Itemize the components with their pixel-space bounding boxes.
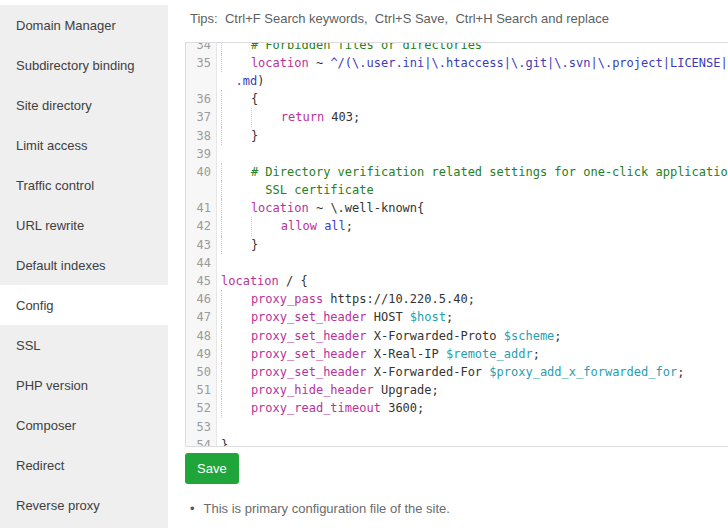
code-line: .md) (217, 72, 728, 90)
sidebar-item-label: Domain Manager (16, 18, 116, 33)
code-line: proxy_pass https://10.220.5.40; (217, 290, 728, 308)
sidebar-item-limit-access[interactable]: Limit access (0, 125, 168, 165)
code-line: proxy_hide_header Upgrade; (217, 381, 728, 399)
code-token-plain: } (221, 438, 228, 447)
code-line: # Directory verification related setting… (217, 163, 728, 181)
code-row[interactable]: 34# Forbidden files or directories (186, 42, 728, 54)
sidebar-item-default-indexes[interactable]: Default indexes (0, 245, 168, 285)
indent-guide (221, 399, 251, 417)
code-row[interactable]: 53 (186, 418, 728, 436)
sidebar-item-ssl[interactable]: SSL (0, 325, 168, 365)
code-token-plain: X-Real-IP (366, 347, 445, 361)
footer-note: • This is primary configuration file of … (190, 501, 450, 516)
indent-guide (221, 345, 251, 363)
code-token-regex: ^/(\.user.ini|\.htaccess|\.git|\.svn|\.p… (330, 56, 728, 70)
indent-guide (221, 42, 251, 54)
code-token-variable: $scheme (504, 329, 555, 343)
code-token-plain: https://10.220.5.40; (323, 292, 475, 306)
code-token-keyword: allow (281, 219, 317, 233)
code-token-plain: ~ (309, 56, 331, 70)
line-number: 49 (186, 345, 217, 363)
code-row[interactable]: 48proxy_set_header X-Forwarded-Proto $sc… (186, 327, 728, 345)
code-token-plain: ; (346, 219, 353, 233)
code-token-keyword: proxy_set_header (251, 310, 367, 324)
indent-guide (221, 54, 251, 72)
code-row[interactable]: 41location ~ \.well-known{ (186, 199, 728, 217)
sidebar-item-composer[interactable]: Composer (0, 405, 168, 445)
code-token-comment: # Directory verification related setting… (251, 165, 728, 179)
indent-guide (221, 108, 251, 126)
code-row[interactable]: .md) (186, 72, 728, 90)
code-token-plain: 3600; (381, 401, 424, 415)
code-row[interactable]: 47proxy_set_header HOST $host; (186, 308, 728, 326)
code-line: proxy_set_header X-Real-IP $remote_addr; (217, 345, 728, 363)
code-row[interactable]: 45location / { (186, 272, 728, 290)
code-token-keyword: location (251, 201, 309, 215)
save-button[interactable]: Save (185, 453, 239, 484)
code-token-plain: X-Forwarded-For (366, 365, 489, 379)
line-number (186, 72, 217, 90)
sidebar-item-redirect[interactable]: Redirect (0, 445, 168, 485)
line-number: 34 (186, 42, 217, 54)
code-row[interactable]: 40# Directory verification related setti… (186, 163, 728, 181)
code-row[interactable]: 54} (186, 436, 728, 447)
code-row[interactable]: SSL certificate (186, 181, 728, 199)
indent-guide (251, 108, 281, 126)
code-row[interactable]: 42allow all; (186, 217, 728, 235)
sidebar-item-traffic-control[interactable]: Traffic control (0, 165, 168, 205)
code-token-plain: ) (257, 74, 264, 88)
code-line: # Forbidden files or directories (217, 42, 728, 54)
code-token-keyword: proxy_hide_header (251, 383, 374, 397)
code-row[interactable]: 35location ~ ^/(\.user.ini|\.htaccess|\.… (186, 54, 728, 72)
code-row[interactable]: 44 (186, 254, 728, 272)
code-row[interactable]: 43} (186, 236, 728, 254)
code-line: return 403; (217, 108, 728, 126)
code-token-plain: \.well-known{ (330, 201, 424, 215)
code-token-plain: X-Forwarded-Proto (366, 329, 503, 343)
code-token-keyword: proxy_read_timeout (251, 401, 381, 415)
sidebar-item-site-directory[interactable]: Site directory (0, 85, 168, 125)
sidebar-item-subdirectory-binding[interactable]: Subdirectory binding (0, 45, 168, 85)
code-row[interactable]: 51proxy_hide_header Upgrade; (186, 381, 728, 399)
code-token-plain: ; (533, 347, 540, 361)
code-line: proxy_set_header X-Forwarded-Proto $sche… (217, 327, 728, 345)
code-token-plain: { (251, 92, 258, 106)
code-row[interactable]: 37return 403; (186, 108, 728, 126)
sidebar-item-php-version[interactable]: PHP version (0, 365, 168, 405)
sidebar-item-label: Default indexes (16, 258, 106, 273)
line-number: 41 (186, 199, 217, 217)
line-number: 45 (186, 272, 217, 290)
code-token-keyword: return (281, 110, 324, 124)
indent-guide (221, 127, 251, 145)
sidebar-item-config[interactable]: Config (0, 285, 168, 325)
indent-guide (221, 308, 251, 326)
code-row[interactable]: 46proxy_pass https://10.220.5.40; (186, 290, 728, 308)
line-number: 48 (186, 327, 217, 345)
sidebar-item-url-rewrite[interactable]: URL rewrite (0, 205, 168, 245)
code-row[interactable]: 38} (186, 127, 728, 145)
code-line: location / { (217, 272, 728, 290)
code-content[interactable]: 34# Forbidden files or directories35loca… (186, 42, 728, 447)
sidebar-item-label: Reverse proxy (16, 498, 100, 513)
code-row[interactable]: 52proxy_read_timeout 3600; (186, 399, 728, 417)
code-row[interactable]: 36{ (186, 90, 728, 108)
footer-note-text: This is primary configuration file of th… (204, 501, 450, 516)
code-token-plain: } (251, 238, 258, 252)
code-row[interactable]: 39 (186, 145, 728, 163)
code-token-variable: $host (410, 310, 446, 324)
code-line: location ~ ^/(\.user.ini|\.htaccess|\.gi… (217, 54, 728, 72)
code-row[interactable]: 49proxy_set_header X-Real-IP $remote_add… (186, 345, 728, 363)
code-row[interactable]: 50proxy_set_header X-Forwarded-For $prox… (186, 363, 728, 381)
sidebar-item-reverse-proxy[interactable]: Reverse proxy (0, 485, 168, 525)
line-number: 44 (186, 254, 217, 272)
indent-guide (221, 327, 251, 345)
sidebar-item-domain-manager[interactable]: Domain Manager (0, 5, 168, 45)
code-token-keyword: proxy_pass (251, 292, 323, 306)
line-number: 43 (186, 236, 217, 254)
editor-tips: Tips: Ctrl+F Search keywords, Ctrl+S Sav… (190, 11, 609, 26)
code-line: } (217, 127, 728, 145)
code-token-keyword: proxy_set_header (251, 329, 367, 343)
config-code-editor[interactable]: 34# Forbidden files or directories35loca… (185, 42, 728, 447)
code-token-plain: Upgrade; (374, 383, 439, 397)
indent-guide (221, 381, 251, 399)
